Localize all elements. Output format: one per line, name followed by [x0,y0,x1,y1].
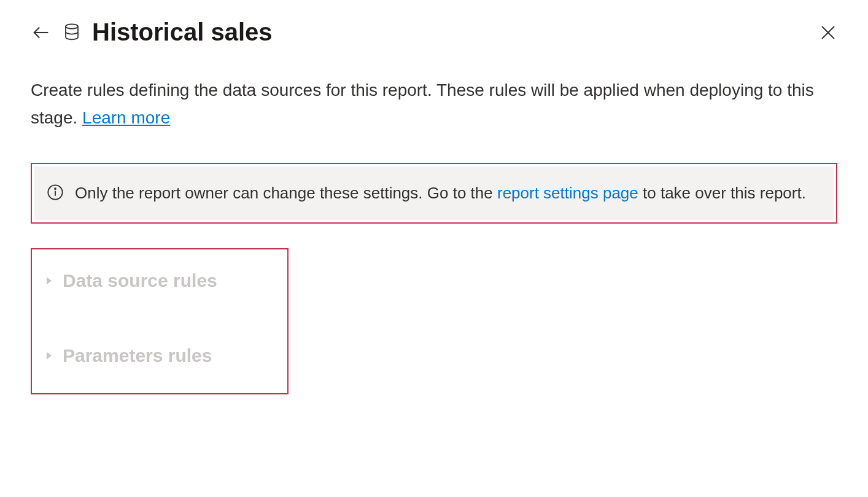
chevron-right-icon [44,351,54,361]
page-title: Historical sales [92,18,807,46]
learn-more-link[interactable]: Learn more [82,108,170,127]
svg-marker-8 [47,352,52,359]
back-arrow-icon[interactable] [31,22,52,43]
svg-point-1 [66,24,78,29]
info-icon [47,184,64,203]
info-banner-outline: Only the report owner can change these s… [31,163,837,224]
page-description: Create rules defining the data sources f… [31,77,829,132]
rule-sections-outline: Data source rules Parameters rules [31,248,289,394]
info-banner-text: Only the report owner can change these s… [75,181,806,205]
svg-marker-7 [47,277,52,284]
info-banner: Only the report owner can change these s… [34,166,834,220]
data-source-rules-expander[interactable]: Data source rules [44,262,275,300]
svg-point-6 [55,188,56,189]
parameters-rules-label: Parameters rules [63,345,212,366]
info-text-after: to take over this report. [643,184,806,202]
database-icon [64,23,80,42]
report-settings-link[interactable]: report settings page [497,184,638,202]
chevron-right-icon [44,276,54,286]
data-source-rules-label: Data source rules [63,270,217,291]
panel-header: Historical sales [31,18,837,46]
parameters-rules-expander[interactable]: Parameters rules [44,337,275,375]
info-text-before: Only the report owner can change these s… [75,184,497,202]
close-icon[interactable] [819,23,837,42]
